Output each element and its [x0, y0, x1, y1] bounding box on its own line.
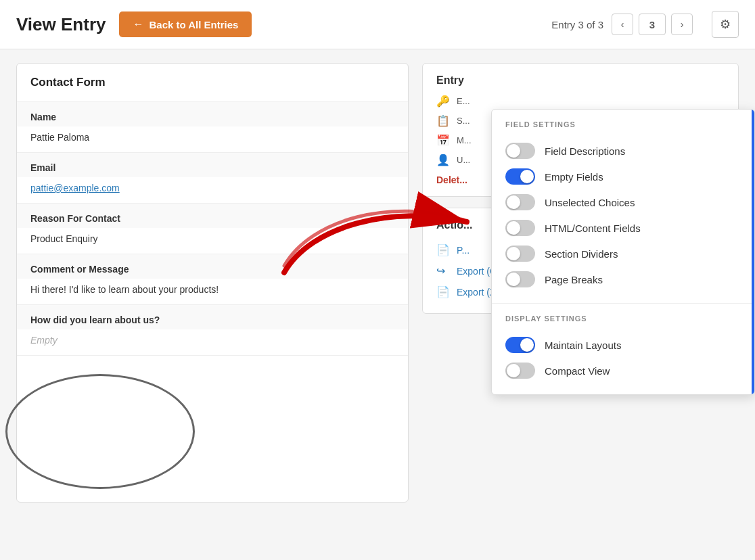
field-group-name: Name Pattie Paloma [17, 102, 408, 153]
key-icon: 🔑 [436, 95, 450, 108]
toggle-row-empty-fields: Empty Fields [505, 164, 741, 189]
action-print-label: P... [457, 245, 470, 256]
entry-date-text: M... [457, 135, 472, 145]
left-arrow-icon: ← [133, 18, 143, 30]
field-label-comment: Comment or Message [17, 254, 408, 279]
calendar-icon: 📅 [436, 134, 450, 147]
toggle-knob-maintain-layouts [520, 338, 534, 352]
toggle-row-compact-view: Compact View [505, 358, 741, 383]
toggle-row-maintain-layouts: Maintain Layouts [505, 332, 741, 358]
display-settings-section: DISPLAY SETTINGS Maintain Layouts Compac… [492, 304, 754, 394]
toggle-field-descriptions[interactable] [505, 143, 535, 159]
entry-navigation: Entry 3 of 3 ‹ 3 › [551, 14, 693, 35]
toggle-label-unselected-choices: Unselected Choices [545, 197, 635, 208]
prev-entry-button[interactable]: ‹ [612, 14, 633, 35]
toggle-label-compact-view: Compact View [545, 365, 610, 377]
entry-id-text: E... [457, 96, 470, 106]
field-value-comment: Hi there! I'd like to learn about your p… [17, 279, 408, 304]
next-entry-button[interactable]: › [671, 14, 693, 35]
toggle-label-section-dividers: Section Dividers [545, 248, 618, 260]
toggle-row-unselected-choices: Unselected Choices [505, 189, 741, 215]
user-icon: 👤 [436, 154, 450, 166]
toggle-section-dividers[interactable] [505, 246, 535, 262]
field-label-learn: How did you learn about us? [17, 305, 408, 329]
toggle-knob-field-descriptions [507, 144, 520, 158]
field-group-email: Email pattie@example.com [17, 153, 408, 204]
entry-icon-row-key: 🔑 E... [436, 95, 725, 108]
entry-panel-title-text: Entry [436, 74, 464, 86]
print-icon: 📄 [436, 243, 450, 256]
toggle-empty-fields[interactable] [505, 168, 535, 185]
export-xlsx-icon: 📄 [436, 285, 450, 298]
toggle-row-html-content-fields: HTML/Content Fields [505, 215, 741, 241]
toggle-row-page-breaks: Page Breaks [505, 266, 741, 292]
entry-nav-label: Entry 3 of 3 [551, 19, 603, 30]
entry-panel-title: Entry [436, 74, 725, 87]
settings-dropdown: FIELD SETTINGS Field Descriptions Empty … [491, 109, 755, 395]
display-settings-title: DISPLAY SETTINGS [505, 314, 741, 323]
contact-form-title: Contact Form [30, 76, 106, 89]
toggle-maintain-layouts[interactable] [505, 337, 535, 353]
toggle-knob-section-dividers [507, 247, 520, 260]
toggle-label-empty-fields: Empty Fields [545, 171, 603, 183]
toggle-knob-empty-fields [520, 170, 534, 183]
toggle-html-content-fields[interactable] [505, 220, 535, 236]
main-area: Contact Form Name Pattie Paloma Email pa… [0, 49, 755, 516]
toggle-label-page-breaks: Page Breaks [545, 274, 603, 285]
field-value-reason: Product Enquiry [17, 228, 408, 254]
field-value-email[interactable]: pattie@example.com [17, 177, 408, 203]
field-value-learn-empty: Empty [17, 329, 408, 355]
settings-gear-button[interactable]: ⚙ [712, 11, 739, 38]
toggle-knob-html-content-fields [507, 221, 520, 235]
toggle-page-breaks[interactable] [505, 271, 535, 287]
contact-form-header: Contact Form [17, 64, 408, 102]
toggle-label-maintain-layouts: Maintain Layouts [545, 340, 621, 351]
back-to-all-entries-button[interactable]: ← Back to All Entries [119, 11, 252, 37]
toggle-row-field-descriptions: Field Descriptions [505, 138, 741, 164]
entry-number-display: 3 [639, 14, 666, 35]
toggle-knob-compact-view [507, 364, 520, 377]
contact-form-panel: Contact Form Name Pattie Paloma Email pa… [16, 63, 409, 503]
toggle-knob-page-breaks [507, 273, 520, 286]
export-csv-icon: ↪ [436, 264, 450, 277]
table-icon: 📋 [436, 114, 450, 127]
toggle-label-html-content-fields: HTML/Content Fields [545, 223, 641, 234]
field-label-reason: Reason For Contact [17, 204, 408, 228]
field-value-name: Pattie Paloma [17, 126, 408, 152]
field-label-name: Name [17, 102, 408, 126]
toggle-compact-view[interactable] [505, 363, 535, 379]
toggle-knob-unselected-choices [507, 195, 520, 209]
field-settings-title: FIELD SETTINGS [505, 120, 741, 129]
field-group-learn: How did you learn about us? Empty [17, 305, 408, 356]
field-group-comment: Comment or Message Hi there! I'd like to… [17, 254, 408, 305]
toggle-label-field-descriptions: Field Descriptions [545, 145, 625, 157]
toggle-unselected-choices[interactable] [505, 194, 535, 210]
header: View Entry ← Back to All Entries Entry 3… [0, 0, 755, 49]
entry-source-text: S... [457, 116, 470, 126]
toggle-row-section-dividers: Section Dividers [505, 241, 741, 266]
field-settings-section: FIELD SETTINGS Field Descriptions Empty … [492, 110, 754, 303]
page-title: View Entry [16, 14, 106, 35]
field-label-email: Email [17, 153, 408, 177]
highlight-circle-annotation [16, 374, 195, 489]
back-button-label: Back to All Entries [149, 19, 238, 30]
field-group-reason: Reason For Contact Product Enquiry [17, 204, 408, 254]
entry-user-text: U... [457, 155, 470, 165]
